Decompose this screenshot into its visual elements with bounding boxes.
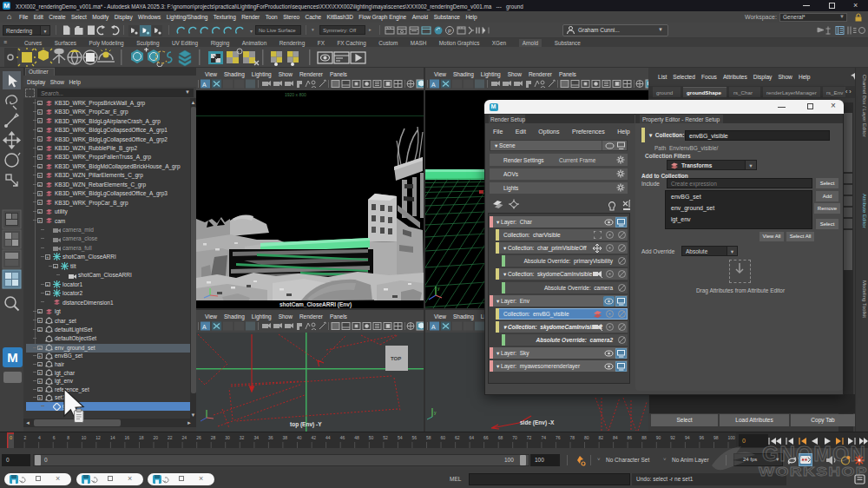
svg-text:A: A	[431, 82, 436, 88]
svg-text:24: 24	[182, 435, 187, 440]
svg-text:4: 4	[38, 435, 41, 440]
svg-text:14: 14	[110, 435, 115, 440]
svg-text:8: 8	[67, 435, 69, 440]
svg-text:38: 38	[282, 435, 287, 440]
svg-text:▾: ▾	[250, 29, 253, 34]
svg-text:A: A	[431, 324, 436, 330]
svg-text:48: 48	[354, 435, 359, 440]
svg-text:84: 84	[613, 435, 618, 440]
svg-text:20: 20	[154, 435, 159, 440]
svg-text:32: 32	[240, 435, 245, 440]
svg-text:26: 26	[196, 435, 201, 440]
svg-text:1920 x 800: 1920 x 800	[285, 92, 306, 97]
svg-text:74: 74	[541, 435, 546, 440]
svg-text:94: 94	[685, 435, 690, 440]
svg-text:22: 22	[168, 435, 173, 440]
svg-text:A: A	[202, 82, 207, 88]
svg-text:60: 60	[441, 435, 446, 440]
svg-text:90: 90	[656, 435, 661, 440]
svg-text:44: 44	[326, 435, 331, 440]
svg-text:34: 34	[253, 435, 259, 440]
svg-text:12: 12	[95, 435, 101, 440]
svg-text:A: A	[202, 324, 207, 330]
svg-text:28: 28	[211, 435, 216, 440]
svg-text:88: 88	[641, 435, 647, 440]
svg-text:36: 36	[268, 435, 273, 440]
svg-text:shotCam_CloseARRI (Env): shotCam_CloseARRI (Env)	[279, 301, 352, 308]
svg-text:72: 72	[527, 435, 532, 440]
svg-text:16: 16	[124, 435, 129, 440]
svg-text:side (Env) -X: side (Env) -X	[520, 419, 555, 426]
svg-text:40: 40	[297, 435, 302, 440]
svg-text:6: 6	[53, 435, 56, 440]
svg-text:54: 54	[398, 435, 403, 440]
svg-text:66: 66	[483, 435, 489, 440]
svg-text:82: 82	[599, 435, 604, 440]
svg-text:10: 10	[82, 435, 87, 440]
svg-text:18: 18	[139, 435, 144, 440]
svg-text:80: 80	[584, 435, 589, 440]
svg-text:64: 64	[470, 435, 475, 440]
svg-text:52: 52	[383, 435, 388, 440]
svg-text:98: 98	[713, 435, 719, 440]
svg-text:TOP: TOP	[391, 356, 401, 361]
svg-text:42: 42	[312, 435, 317, 440]
svg-text:100: 100	[728, 435, 736, 440]
svg-text:50: 50	[369, 435, 374, 440]
svg-text:58: 58	[426, 435, 431, 440]
svg-text:68: 68	[498, 435, 503, 440]
svg-text:P: P	[448, 29, 451, 34]
svg-text:46: 46	[340, 435, 345, 440]
svg-text:0: 0	[10, 435, 12, 440]
svg-text:76: 76	[556, 435, 561, 440]
svg-text:70: 70	[512, 435, 517, 440]
svg-text:top (Env) -Y: top (Env) -Y	[290, 421, 322, 428]
svg-text:96: 96	[699, 435, 704, 440]
svg-text:92: 92	[670, 435, 675, 440]
svg-text:2: 2	[24, 435, 27, 440]
svg-text:M: M	[7, 350, 18, 365]
svg-text:56: 56	[411, 435, 417, 440]
svg-text:30: 30	[225, 435, 230, 440]
svg-text:86: 86	[628, 435, 633, 440]
svg-text:62: 62	[455, 435, 460, 440]
svg-text:78: 78	[570, 435, 575, 440]
svg-text:0: 0	[742, 438, 746, 444]
